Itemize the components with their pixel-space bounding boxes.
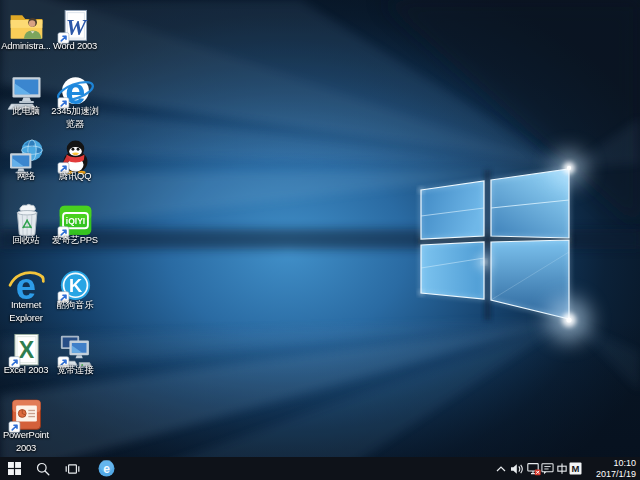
ime-chinese-icon	[556, 462, 568, 475]
svg-text:iQIYI: iQIYI	[65, 216, 84, 226]
desktop-icon-label: Internet Explorer	[1, 298, 51, 324]
clock-time: 10:10	[584, 458, 636, 469]
desktop-icon-label: 爱奇艺PPS	[50, 233, 100, 246]
svg-text:K: K	[68, 275, 82, 296]
start-button[interactable]	[3, 457, 25, 480]
security-alert-icon	[527, 462, 541, 476]
desktop-icon-label: Administra...	[1, 39, 51, 52]
task-view-button[interactable]	[62, 457, 82, 480]
volume-icon	[510, 463, 524, 475]
tray-ime-chinese[interactable]	[556, 457, 568, 480]
task-view-icon	[65, 463, 80, 475]
desktop-icon-label: Excel 2003	[1, 363, 51, 376]
windows-logo-icon	[8, 462, 21, 475]
desktop-icon-iqiyi-pps[interactable]: iQIYI爱奇艺PPS	[50, 202, 100, 246]
desktop-icon-powerpoint-2003[interactable]: PowerPoint 2003	[1, 397, 51, 454]
desktop-icon-label: 酷狗音乐	[50, 298, 100, 311]
desktop-icon-label: Word 2003	[50, 39, 100, 52]
desktop-icon-label: PowerPoint 2003	[1, 428, 51, 454]
tray-hidden-icons-chevron[interactable]	[494, 457, 507, 480]
desktop-icon-label: 宽带连接	[50, 363, 100, 376]
tray-ime-mode[interactable]: M	[569, 457, 582, 480]
desktop-icon-label: 此电脑	[1, 104, 51, 117]
desktop-icon-network[interactable]: 网络	[1, 138, 51, 182]
desktop-icon-tencent-qq[interactable]: 腾讯QQ	[50, 138, 100, 182]
taskbar-app-2345browser[interactable]: e	[97, 457, 115, 480]
taskbar: e M	[0, 457, 640, 480]
desktop-icon-label: 回收站	[1, 233, 51, 246]
clock-date: 2017/1/19	[584, 469, 636, 480]
desktop-icon-2345-browser[interactable]: e2345加速浏览器	[50, 73, 100, 130]
desktop-icon-administrator[interactable]: Administra...	[1, 8, 51, 52]
desktop-icon-label: 2345加速浏览器	[50, 104, 100, 130]
action-center-icon	[541, 462, 554, 475]
2345-browser-icon: e	[98, 460, 115, 477]
chevron-up-icon	[495, 463, 507, 475]
desktop-icon-excel-2003[interactable]: XExcel 2003	[1, 332, 51, 376]
tray-action-center[interactable]	[541, 457, 554, 480]
ime-mode-icon: M	[569, 462, 582, 475]
desktop-icon-recycle-bin[interactable]: 回收站	[1, 202, 51, 246]
tray-security-alert[interactable]	[526, 457, 541, 480]
search-button[interactable]	[33, 457, 53, 480]
desktop-icon-internet-explorer[interactable]: eInternet Explorer	[1, 267, 51, 324]
search-icon	[36, 462, 50, 476]
desktop-icon-broadband[interactable]: 宽带连接	[50, 332, 100, 376]
svg-text:e: e	[103, 462, 110, 476]
svg-text:X: X	[18, 337, 34, 363]
desktop-icon-this-pc[interactable]: 此电脑	[1, 73, 51, 117]
tray-volume[interactable]	[509, 457, 524, 480]
svg-text:M: M	[572, 463, 580, 474]
taskbar-clock[interactable]: 10:10 2017/1/19	[584, 458, 636, 479]
desktop-icon-kugou-music[interactable]: K酷狗音乐	[50, 267, 100, 311]
desktop: Administra...WWord 2003此电脑e2345加速浏览器网络腾讯…	[0, 0, 640, 480]
desktop-icon-label: 网络	[1, 169, 51, 182]
desktop-icon-word-2003[interactable]: WWord 2003	[50, 8, 100, 52]
